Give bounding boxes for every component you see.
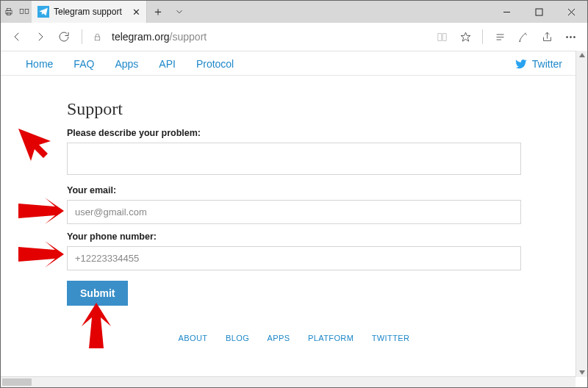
footer-twitter[interactable]: TWITTER xyxy=(372,334,410,342)
nav-home[interactable]: Home xyxy=(26,58,53,70)
svg-point-15 xyxy=(573,36,575,37)
tab-actions-icon[interactable] xyxy=(169,1,190,23)
svg-rect-1 xyxy=(7,8,10,10)
svg-rect-6 xyxy=(536,9,542,15)
telegram-favicon xyxy=(37,6,49,18)
favorite-icon[interactable] xyxy=(454,26,476,48)
notes-icon[interactable] xyxy=(512,26,534,48)
phone-input[interactable] xyxy=(67,246,521,270)
separator xyxy=(482,29,483,44)
lock-icon xyxy=(90,32,104,42)
nav-apps[interactable]: Apps xyxy=(115,58,138,70)
footer-about[interactable]: ABOUT xyxy=(179,334,208,342)
nav-api[interactable]: API xyxy=(159,58,176,70)
share-icon[interactable] xyxy=(536,26,558,48)
problem-textarea[interactable] xyxy=(67,143,521,175)
window-maximize-button[interactable] xyxy=(523,1,555,23)
hub-icon[interactable] xyxy=(489,26,511,48)
nav-twitter[interactable]: Twitter xyxy=(514,57,562,71)
browser-tab[interactable]: Telegram support ✕ xyxy=(32,1,147,23)
page-title: Support xyxy=(67,99,521,119)
print-icon[interactable] xyxy=(1,1,16,23)
url-path: /support xyxy=(170,31,207,43)
refresh-button[interactable] xyxy=(54,26,74,48)
problem-label: Please describe your problem: xyxy=(67,128,521,138)
footer-apps[interactable]: APPS xyxy=(268,334,290,342)
window-close-button[interactable] xyxy=(555,1,587,23)
email-label: Your email: xyxy=(67,185,521,195)
window-titlebar: Telegram support ✕ ＋ xyxy=(1,1,587,23)
nav-faq[interactable]: FAQ xyxy=(74,58,94,70)
submit-button[interactable]: Submit xyxy=(67,281,128,306)
site-top-nav: Home FAQ Apps API Protocol Twitter xyxy=(1,51,587,75)
svg-point-13 xyxy=(566,36,567,37)
pin-icon[interactable] xyxy=(16,1,32,23)
more-icon[interactable] xyxy=(559,26,581,48)
email-input[interactable] xyxy=(67,200,521,224)
footer-blog[interactable]: BLOG xyxy=(226,334,249,342)
new-tab-button[interactable]: ＋ xyxy=(147,1,169,23)
window-minimize-button[interactable] xyxy=(490,1,523,23)
separator xyxy=(82,29,82,44)
address-bar: telegram.org/support xyxy=(1,23,587,51)
horizontal-scrollbar[interactable] xyxy=(1,376,576,387)
phone-label: Your phone number: xyxy=(67,231,521,242)
svg-rect-0 xyxy=(5,10,11,14)
tab-title: Telegram support xyxy=(54,7,128,17)
reading-view-icon[interactable] xyxy=(431,26,453,48)
twitter-icon xyxy=(514,57,528,71)
footer-links: ABOUT BLOG APPS PLATFORM TWITTER xyxy=(67,331,521,344)
page-viewport: Home FAQ Apps API Protocol Twitter Suppo… xyxy=(1,51,587,387)
url-host: telegram.org xyxy=(112,31,170,43)
footer-platform[interactable]: PLATFORM xyxy=(308,334,354,342)
back-button[interactable] xyxy=(7,26,27,48)
divider xyxy=(1,75,587,76)
url-display[interactable]: telegram.org/support xyxy=(107,31,428,43)
nav-twitter-label: Twitter xyxy=(532,58,562,70)
vertical-scrollbar[interactable] xyxy=(576,51,587,377)
svg-rect-9 xyxy=(95,36,100,40)
nav-protocol[interactable]: Protocol xyxy=(196,58,234,70)
svg-rect-3 xyxy=(20,10,24,14)
svg-rect-4 xyxy=(25,10,29,14)
svg-point-14 xyxy=(570,36,571,37)
forward-button[interactable] xyxy=(30,26,51,48)
tab-close-icon[interactable]: ✕ xyxy=(132,7,140,17)
